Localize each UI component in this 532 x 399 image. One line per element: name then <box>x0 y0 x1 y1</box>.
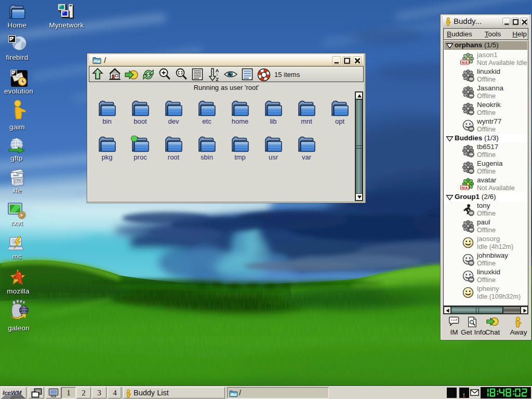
svg-text:A: A <box>216 68 219 73</box>
svg-text:Z: Z <box>216 77 219 82</box>
svg-text:IceWM: IceWM <box>3 390 22 396</box>
